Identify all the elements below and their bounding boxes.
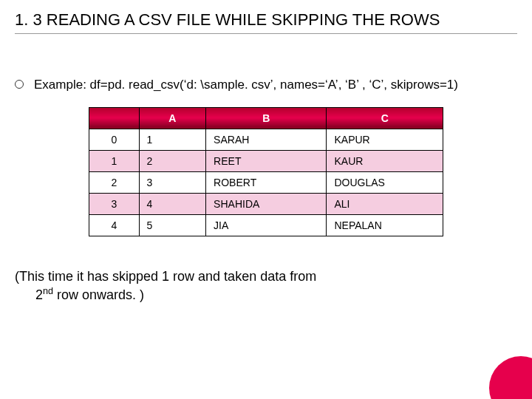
- bullet-icon: [15, 80, 24, 89]
- cell: 3: [139, 171, 206, 193]
- cell: SHAHIDA: [206, 193, 327, 214]
- table-row: 3 4 SHAHIDA ALI: [89, 193, 443, 214]
- table-row: 1 2 REET KAUR: [89, 150, 443, 171]
- cell: NEPALAN: [327, 214, 443, 236]
- cell: 0: [89, 129, 140, 150]
- cell: JIA: [206, 214, 327, 236]
- header-b: B: [206, 107, 327, 129]
- footnote-num: 2: [35, 287, 43, 302]
- slide-title: 1. 3 READING A CSV FILE WHILE SKIPPING T…: [15, 9, 517, 34]
- cell: KAUR: [327, 150, 443, 171]
- cell: REET: [206, 150, 327, 171]
- footnote-post: row onwards. ): [53, 287, 144, 302]
- cell: DOUGLAS: [327, 171, 443, 193]
- cell: KAPUR: [327, 129, 443, 150]
- cell: 3: [89, 193, 140, 214]
- footnote-line2: 2nd row onwards. ): [15, 285, 517, 304]
- cell: 1: [139, 129, 206, 150]
- table-header-row: A B C: [89, 107, 443, 129]
- decorative-circle-icon: [489, 356, 532, 399]
- footnote-sup: nd: [43, 286, 53, 296]
- footnote-line1: (This time it has skipped 1 row and take…: [15, 269, 316, 284]
- cell: SARAH: [206, 129, 327, 150]
- data-table-wrap: A B C 0 1 SARAH KAPUR 1 2 REET KAUR: [89, 107, 443, 236]
- cell: 2: [139, 150, 206, 171]
- cell: 4: [89, 214, 140, 236]
- cell: 4: [139, 193, 206, 214]
- example-bullet: Example: df=pd. read_csv(‘d: \sample. cs…: [15, 77, 517, 94]
- cell: ALI: [327, 193, 443, 214]
- cell: ROBERT: [206, 171, 327, 193]
- table-row: 0 1 SARAH KAPUR: [89, 129, 443, 150]
- cell: 1: [89, 150, 140, 171]
- title-rest: EADING A CSV FILE WHILE SKIPPING THE ROW…: [58, 10, 440, 29]
- cell: 5: [139, 214, 206, 236]
- cell: 2: [89, 171, 140, 193]
- header-c: C: [327, 107, 443, 129]
- slide: 1. 3 READING A CSV FILE WHILE SKIPPING T…: [0, 0, 532, 399]
- header-index: [89, 107, 140, 129]
- example-text: Example: df=pd. read_csv(‘d: \sample. cs…: [34, 77, 458, 94]
- table-row: 2 3 ROBERT DOUGLAS: [89, 171, 443, 193]
- footnote: (This time it has skipped 1 row and take…: [15, 267, 517, 304]
- table-row: 4 5 JIA NEPALAN: [89, 214, 443, 236]
- header-a: A: [139, 107, 206, 129]
- title-prefix: 1. 3 R: [15, 10, 58, 29]
- table-body: 0 1 SARAH KAPUR 1 2 REET KAUR 2 3 ROBERT…: [89, 129, 443, 236]
- data-table: A B C 0 1 SARAH KAPUR 1 2 REET KAUR: [89, 107, 443, 236]
